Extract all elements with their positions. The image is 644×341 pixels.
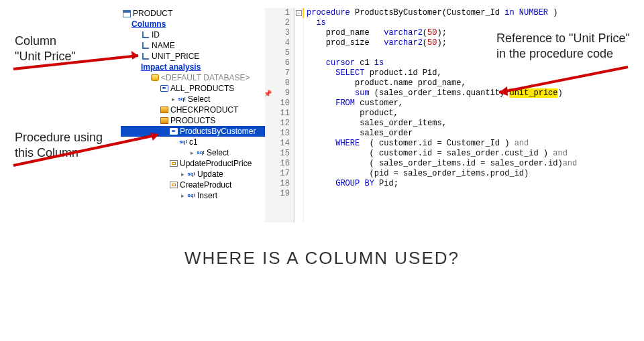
callout-column: Column "Unit Price" bbox=[15, 33, 76, 64]
tree-label: UNIT_PRICE bbox=[152, 51, 199, 62]
fold-row bbox=[294, 149, 303, 159]
fold-row bbox=[294, 139, 303, 149]
tree-sql-update[interactable]: ▸ sql Update bbox=[121, 169, 265, 180]
line-number: 12 bbox=[265, 119, 290, 129]
line-number: 5 bbox=[265, 48, 290, 58]
line-number: 9📌 bbox=[265, 88, 290, 98]
tree-column-id[interactable]: ID bbox=[121, 29, 265, 40]
slide-caption: WHERE IS A COLUMN USED? bbox=[0, 248, 644, 269]
tree-label: UpdateProductPrice bbox=[180, 158, 252, 169]
tree-default-db[interactable]: <DEFAULT DATABASE> bbox=[121, 72, 265, 83]
code-line[interactable]: product.name prod_name, bbox=[307, 78, 631, 88]
expand-icon[interactable]: ▸ bbox=[178, 190, 186, 201]
code-line[interactable]: sales_order_items, bbox=[307, 119, 631, 129]
tree-label: CreateProduct bbox=[180, 180, 231, 190]
tree-label: c1 bbox=[189, 137, 198, 147]
expand-icon[interactable]: ▸ bbox=[178, 169, 186, 180]
tree-label: CHECKPRODUCT bbox=[170, 105, 238, 115]
callout-reference: Reference to "Unit Price" in the procedu… bbox=[496, 31, 637, 61]
line-number: 16 bbox=[265, 159, 290, 169]
line-number: 11 bbox=[265, 109, 290, 119]
code-line[interactable]: GROUP BY Pid; bbox=[307, 179, 631, 189]
fold-toggle[interactable]: − bbox=[296, 10, 302, 16]
code-line[interactable]: SELECT product.id Pid, bbox=[307, 68, 631, 78]
fold-row bbox=[294, 78, 303, 88]
code-line[interactable]: (pid = sales_order_items.prod_id) bbox=[307, 169, 631, 179]
line-number: 1 bbox=[265, 8, 290, 18]
tree-label: Select bbox=[207, 147, 229, 158]
tree-node-table[interactable]: PRODUCT bbox=[121, 8, 265, 19]
code-line[interactable]: product, bbox=[307, 109, 631, 119]
line-number: 13 bbox=[265, 129, 290, 139]
line-number: 6 bbox=[265, 58, 290, 68]
column-icon bbox=[141, 52, 150, 61]
package-icon bbox=[160, 105, 169, 115]
fold-row bbox=[294, 38, 303, 48]
callout-text: Procedure using bbox=[15, 130, 103, 145]
code-line[interactable]: ( customer.id = sales_order.cust_id ) an… bbox=[307, 149, 631, 159]
code-line[interactable]: is bbox=[307, 18, 631, 28]
tree-proc-productsbycustomer[interactable]: ProductsByCustomer bbox=[121, 126, 265, 137]
fold-strip: − bbox=[294, 8, 304, 222]
tree-proc-updateprice[interactable]: UpdateProductPrice bbox=[121, 158, 265, 169]
code-line[interactable]: ( sales_order_items.id = sales_order.id)… bbox=[307, 159, 631, 169]
procedure-icon bbox=[169, 180, 178, 190]
code-line[interactable]: FROM customer, bbox=[307, 98, 631, 109]
tree-columns-header[interactable]: Columns bbox=[121, 19, 265, 29]
sql-icon: sql bbox=[186, 191, 196, 200]
line-number: 18 bbox=[265, 179, 290, 189]
procedure-icon bbox=[169, 159, 178, 168]
line-number: 2 bbox=[265, 18, 290, 28]
callout-text: Column bbox=[15, 33, 76, 49]
tree-label: Select bbox=[188, 94, 210, 105]
callout-text: Reference to "Unit Price" bbox=[496, 31, 637, 46]
tree-label: ALL_PRODUCTS bbox=[170, 83, 234, 94]
tree-label: Insert bbox=[197, 190, 217, 201]
tree-label: Impact analysis bbox=[141, 62, 201, 72]
tree-pkg-checkproduct[interactable]: CHECKPRODUCT bbox=[121, 105, 265, 115]
code-line[interactable] bbox=[307, 189, 631, 199]
line-number: 10 bbox=[265, 98, 290, 109]
tree-sql-insert[interactable]: ▸ sql Insert bbox=[121, 190, 265, 201]
tree-column-name[interactable]: NAME bbox=[121, 40, 265, 51]
sql-icon: sql bbox=[186, 169, 196, 179]
code-line[interactable]: sum (sales_order_items.quantity*unit_pri… bbox=[307, 88, 631, 98]
line-number: 15 bbox=[265, 149, 290, 159]
fold-row bbox=[294, 68, 303, 78]
tree-column-unitprice[interactable]: UNIT_PRICE bbox=[121, 51, 265, 62]
line-number: 4 bbox=[265, 38, 290, 48]
code-line[interactable]: sales_order bbox=[307, 129, 631, 139]
line-number: 19 bbox=[265, 189, 290, 199]
fold-row: − bbox=[294, 8, 303, 18]
expand-icon[interactable]: ▸ bbox=[188, 147, 196, 158]
line-number: 8 bbox=[265, 78, 290, 88]
object-tree[interactable]: PRODUCT Columns ID NAME UNIT_PRICE Impac… bbox=[121, 8, 265, 222]
tree-sql-select2[interactable]: ▸ sql Select bbox=[121, 147, 265, 158]
tree-impact-header[interactable]: Impact analysis bbox=[121, 62, 265, 72]
column-icon bbox=[141, 30, 150, 40]
callout-text: in the procedure code bbox=[496, 46, 637, 62]
sql-icon: sql bbox=[177, 94, 186, 104]
tree-pkg-products[interactable]: PRODUCTS bbox=[121, 115, 265, 126]
expand-icon[interactable]: ▸ bbox=[169, 94, 177, 105]
table-icon bbox=[122, 9, 131, 18]
fold-row bbox=[294, 48, 303, 58]
callout-text: this Column bbox=[15, 145, 103, 161]
tree-sql-select[interactable]: ▸ sql Select bbox=[121, 94, 265, 105]
fold-row bbox=[294, 179, 303, 189]
code-line[interactable]: procedure ProductsByCustomer(Customer_Id… bbox=[307, 8, 631, 18]
tree-label: Columns bbox=[131, 19, 166, 29]
database-icon bbox=[150, 73, 160, 82]
tree-proc-createproduct[interactable]: CreateProduct bbox=[121, 180, 265, 190]
bookmark-icon: 📌 bbox=[264, 89, 272, 99]
fold-row bbox=[294, 18, 303, 28]
fold-row bbox=[294, 98, 303, 109]
line-number: 3 bbox=[265, 28, 290, 38]
code-line[interactable]: WHERE ( customer.id = Customer_Id ) and bbox=[307, 139, 631, 149]
callout-text: "Unit Price" bbox=[15, 49, 76, 64]
tree-label: Update bbox=[197, 169, 223, 180]
tree-view-allproducts[interactable]: ALL_PRODUCTS bbox=[121, 83, 265, 94]
line-number: 7 bbox=[265, 68, 290, 78]
tree-cursor-c1[interactable]: sql c1 bbox=[121, 137, 265, 147]
fold-row bbox=[294, 119, 303, 129]
